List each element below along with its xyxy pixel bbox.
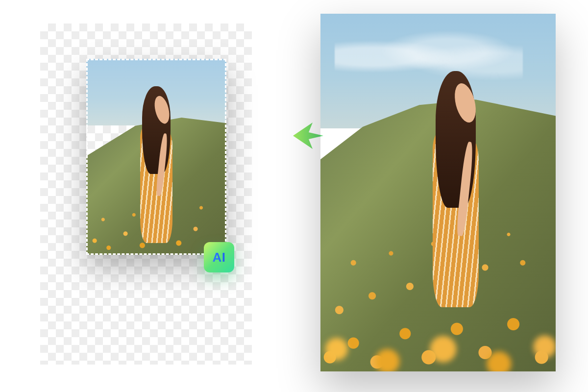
- comparison-stage: AI: [0, 0, 588, 392]
- ai-badge: AI: [204, 242, 234, 272]
- svg-marker-0: [293, 122, 323, 149]
- source-photo-content: [86, 59, 226, 255]
- source-image: [86, 59, 226, 255]
- foreground-flowers-blur: [320, 264, 556, 371]
- result-image: [320, 14, 556, 371]
- person-figure: [134, 86, 179, 243]
- ai-badge-label: AI: [213, 250, 226, 265]
